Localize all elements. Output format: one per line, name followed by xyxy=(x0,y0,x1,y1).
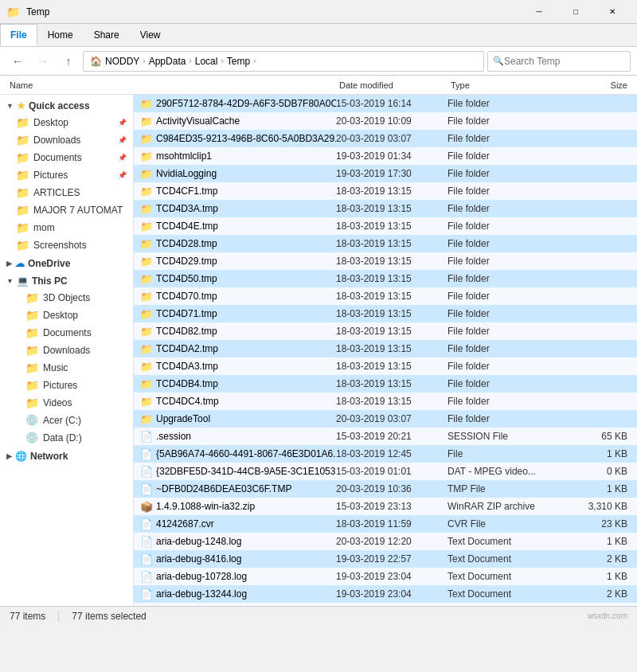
tab-file[interactable]: File xyxy=(0,24,37,46)
file-row[interactable]: 📄 41242687.cvr 18-03-2019 11:59 CVR File… xyxy=(134,515,637,533)
file-row[interactable]: 📁 290F5712-8784-42D9-A6F3-5DB7F80A0C... … xyxy=(134,95,637,112)
tab-home[interactable]: Home xyxy=(37,24,84,46)
folder-icon: 📁 xyxy=(6,6,20,18)
file-row[interactable]: 📁 TCD4D3A.tmp 18-03-2019 13:15 File fold… xyxy=(134,200,637,217)
sidebar-item-label: ARTICLES xyxy=(33,187,80,198)
file-row[interactable]: 📁 TCD4D82.tmp 18-03-2019 13:15 File fold… xyxy=(134,322,637,340)
file-date: 15-03-2019 16:14 xyxy=(336,98,447,109)
file-row[interactable]: 📁 TCD4D70.tmp 18-03-2019 13:15 File fold… xyxy=(134,287,637,305)
file-row[interactable]: 📁 UpgradeTool 20-03-2019 03:07 File fold… xyxy=(134,410,637,428)
forward-button[interactable]: → xyxy=(32,50,54,72)
file-row[interactable]: 📁 TCD4DA3.tmp 18-03-2019 13:15 File fold… xyxy=(134,357,637,375)
file-row[interactable]: 📁 msohtmlclip1 19-03-2019 01:34 File fol… xyxy=(134,147,637,165)
file-name: 📁 TCD4DA3.tmp xyxy=(140,361,336,373)
file-date: 18-03-2019 13:15 xyxy=(336,378,447,389)
file-name: 📄 aria-debug-13244.log xyxy=(140,588,336,600)
folder-icon: 📁 xyxy=(140,396,153,408)
sidebar-item-downloads-qa[interactable]: 📁 Downloads 📌 xyxy=(0,131,133,149)
col-header-size[interactable]: Size xyxy=(567,80,631,90)
col-header-type[interactable]: Type xyxy=(447,80,567,90)
sidebar-item-videos[interactable]: 📁 Videos xyxy=(0,394,133,412)
file-row[interactable]: 📄 aria-debug-8416.log 19-03-2019 22:57 T… xyxy=(134,550,637,568)
search-input[interactable] xyxy=(504,56,625,67)
sidebar-item-documents-pc[interactable]: 📁 Documents xyxy=(0,324,133,342)
watermark: wsxdn.com xyxy=(588,611,627,620)
sidebar-item-mom[interactable]: 📁 mom xyxy=(0,219,133,236)
file-name: 📄 aria-debug-8416.log xyxy=(140,553,336,565)
address-path[interactable]: 🏠 NODDY › AppData › Local › Temp › xyxy=(83,51,484,72)
column-headers: Name Date modified Type Size xyxy=(0,76,637,95)
file-row[interactable]: 📄 aria-debug-1248.log 20-03-2019 12:20 T… xyxy=(134,533,637,550)
folder-icon: 📁 xyxy=(140,98,153,110)
network-header[interactable]: ▶ 🌐 Network xyxy=(0,448,133,464)
sidebar-item-3dobjects[interactable]: 📁 3D Objects xyxy=(0,289,133,307)
sidebar-item-downloads-pc[interactable]: 📁 Downloads xyxy=(0,342,133,359)
folder-icon: 📁 xyxy=(140,291,153,303)
file-row[interactable]: 📁 TCD4DB4.tmp 18-03-2019 13:15 File fold… xyxy=(134,375,637,393)
close-button[interactable]: ✕ xyxy=(594,0,631,24)
file-row[interactable]: 📄 CVR63F4.tmp.cvr 18-03-2019 15:24 CVR F… xyxy=(134,603,637,606)
file-row[interactable]: 📄 aria-debug-10728.log 19-03-2019 23:04 … xyxy=(134,568,637,585)
folder-icon: 📁 xyxy=(140,256,153,268)
tab-view[interactable]: View xyxy=(130,24,171,46)
file-row[interactable]: 📁 TCD4D28.tmp 18-03-2019 13:15 File fold… xyxy=(134,235,637,252)
sidebar-item-articles[interactable]: 📁 ARTICLES xyxy=(0,184,133,201)
file-name-text: TCD4DC4.tmp xyxy=(156,396,219,407)
file-date: 20-03-2019 03:07 xyxy=(336,133,447,144)
sidebar-item-desktop-pc[interactable]: 📁 Desktop xyxy=(0,307,133,324)
file-row[interactable]: 📁 NvidiaLogging 19-03-2019 17:30 File fo… xyxy=(134,165,637,182)
file-row[interactable]: 📁 TCD4D4E.tmp 18-03-2019 13:15 File fold… xyxy=(134,217,637,235)
file-name-text: {32DBFE5D-341D-44CB-9A5E-3C1E1053... xyxy=(156,466,336,477)
path-appdata[interactable]: AppData xyxy=(149,56,186,67)
path-local[interactable]: Local xyxy=(195,56,218,67)
sidebar-item-screenshots[interactable]: 📁 Screenshots xyxy=(0,236,133,254)
file-date: 18-03-2019 13:15 xyxy=(336,203,447,214)
file-name-text: TCD4D28.tmp xyxy=(156,238,217,249)
sidebar-item-data-d[interactable]: 💿 Data (D:) xyxy=(0,429,133,447)
file-row[interactable]: 📁 TCD4DC4.tmp 18-03-2019 13:15 File fold… xyxy=(134,393,637,410)
file-size: 0 KB xyxy=(567,466,631,477)
quick-access-header[interactable]: ▼ ★ Quick access xyxy=(0,98,133,114)
file-row[interactable]: 📁 TCD4D71.tmp 18-03-2019 13:15 File fold… xyxy=(134,305,637,322)
file-date: 18-03-2019 13:15 xyxy=(336,396,447,407)
sidebar-item-pictures-pc[interactable]: 📁 Pictures xyxy=(0,377,133,394)
file-size: 2 KB xyxy=(567,553,631,565)
file-row[interactable]: 📁 TCD4CF1.tmp 18-03-2019 13:15 File fold… xyxy=(134,182,637,200)
col-header-name[interactable]: Name xyxy=(6,80,336,90)
file-row[interactable]: 📁 TCD4D29.tmp 18-03-2019 13:15 File fold… xyxy=(134,252,637,270)
file-row[interactable]: 📦 1.4.9.1088-win-ia32.zip 15-03-2019 23:… xyxy=(134,498,637,515)
file-row[interactable]: 📄 {5AB96A74-4660-4491-8067-46E3D01A6... … xyxy=(134,445,637,463)
sidebar-item-acer-c[interactable]: 💿 Acer (C:) xyxy=(0,412,133,429)
sidebar-item-music[interactable]: 📁 Music xyxy=(0,359,133,377)
onedrive-header[interactable]: ▶ ☁ OneDrive xyxy=(0,256,133,272)
back-button[interactable]: ← xyxy=(6,50,29,72)
file-name-text: {5AB96A74-4660-4491-8067-46E3D01A6... xyxy=(156,448,336,459)
file-row[interactable]: 📁 C984ED35-9213-496B-8C60-5A0BD3A29... 2… xyxy=(134,130,637,147)
path-noddy[interactable]: NODDY xyxy=(105,56,139,67)
minimize-button[interactable]: ─ xyxy=(521,0,557,24)
sidebar-item-documents-qa[interactable]: 📁 Documents 📌 xyxy=(0,149,133,166)
sidebar-item-label: Screenshots xyxy=(33,240,87,251)
file-row[interactable]: 📄 aria-debug-13244.log 19-03-2019 23:04 … xyxy=(134,585,637,603)
file-row[interactable]: 📄 .session 15-03-2019 20:21 SESSION File… xyxy=(134,428,637,445)
file-row[interactable]: 📄 ~DFB0D24B6DEAE03C6F.TMP 20-03-2019 10:… xyxy=(134,480,637,498)
file-row[interactable]: 📁 ActivityVisualCache 20-03-2019 10:09 F… xyxy=(134,112,637,130)
sidebar-item-major7[interactable]: 📁 MAJOR 7 AUTOMAT xyxy=(0,201,133,219)
sidebar-item-label: Acer (C:) xyxy=(43,415,81,426)
this-pc-header[interactable]: ▼ 💻 This PC xyxy=(0,273,133,289)
maximize-button[interactable]: □ xyxy=(557,0,594,24)
sidebar-item-desktop[interactable]: 📁 Desktop 📌 xyxy=(0,114,133,131)
up-button[interactable]: ↑ xyxy=(57,50,80,72)
col-header-date[interactable]: Date modified xyxy=(336,80,447,90)
file-name-text: TCD4D4E.tmp xyxy=(156,221,218,232)
file-row[interactable]: 📄 {32DBFE5D-341D-44CB-9A5E-3C1E1053... 1… xyxy=(134,463,637,480)
this-pc-section: ▼ 💻 This PC 📁 3D Objects 📁 Desktop 📁 Doc… xyxy=(0,273,133,447)
file-row[interactable]: 📁 TCD4D50.tmp 18-03-2019 13:15 File fold… xyxy=(134,270,637,287)
status-divider xyxy=(58,611,59,622)
search-box[interactable]: 🔍 xyxy=(487,51,631,72)
path-temp[interactable]: Temp xyxy=(227,56,250,67)
tab-share[interactable]: Share xyxy=(84,24,130,46)
file-name: 📄 ~DFB0D24B6DEAE03C6F.TMP xyxy=(140,483,336,495)
file-row[interactable]: 📁 TCD4DA2.tmp 18-03-2019 13:15 File fold… xyxy=(134,340,637,357)
sidebar-item-pictures-qa[interactable]: 📁 Pictures 📌 xyxy=(0,166,133,184)
